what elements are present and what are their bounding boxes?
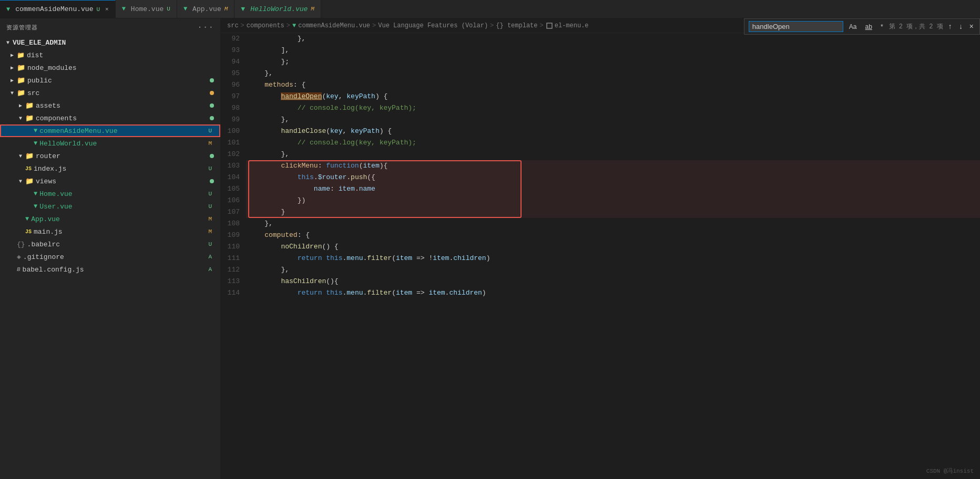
arrow: ▶	[8, 52, 16, 58]
find-close-btn[interactable]: ×	[968, 23, 975, 31]
bc-elmenu: el-menu.e	[546, 22, 589, 29]
code-line-95: },	[246, 68, 980, 79]
main-layout: 资源管理器 ··· ▼ VUE_ELE_ADMIN ▶ 📁 dist ▶ 📁 n…	[0, 18, 980, 479]
tree-item-components[interactable]: ▼ 📁 components	[0, 112, 220, 124]
tree-root[interactable]: ▼ VUE_ELE_ADMIN	[0, 36, 220, 49]
item-badge: M	[208, 228, 212, 235]
find-next-btn[interactable]: ↓	[957, 23, 964, 31]
tree-item-babelrc[interactable]: ▶ {} .babelrc U	[0, 238, 220, 251]
bc-template: {} template	[496, 22, 537, 29]
item-label: assets	[36, 102, 123, 110]
sidebar-dots[interactable]: ···	[197, 23, 214, 32]
find-match-case-btn[interactable]: Aa	[846, 22, 860, 32]
code-line-111: return this.menu.filter(item => !item.ch…	[246, 253, 980, 264]
tab-badge: M	[311, 6, 314, 12]
ln-113: 113	[225, 276, 240, 287]
find-prev-btn[interactable]: ↑	[946, 23, 954, 31]
find-whole-word-btn[interactable]: ab	[863, 22, 875, 32]
folder-icon: 📁	[17, 64, 25, 72]
tab-label: HelloWorld.vue	[250, 5, 308, 13]
tree-item-dist[interactable]: ▶ 📁 dist	[0, 49, 220, 61]
vue-file-icon: ▼	[34, 140, 37, 147]
arrow: ▶	[8, 65, 16, 71]
bc-sep4: >	[490, 22, 494, 29]
item-label: User.vue	[39, 203, 124, 211]
tree-item-commenAsideMenu[interactable]: ▶ ▼ commenAsideMenu.vue U	[0, 124, 220, 137]
tab-helloworld[interactable]: ▼ HelloWorld.vue M	[234, 0, 321, 18]
ln-102: 102	[225, 149, 240, 160]
json-icon: {}	[17, 241, 25, 248]
watermark: CSDN @冯insist	[926, 467, 974, 475]
tree-item-HelloWorld[interactable]: ▶ ▼ HelloWorld.vue M	[0, 137, 220, 150]
code-line-108: },	[246, 218, 980, 230]
item-label: main.js	[34, 228, 121, 236]
tree-item-src[interactable]: ▼ 📁 src	[0, 87, 220, 99]
vue-icon: ▼	[183, 5, 187, 13]
code-line-105: name: item.name	[246, 183, 980, 195]
tree-item-assets[interactable]: ▶ 📁 assets	[0, 99, 220, 112]
bc-src: src	[227, 22, 239, 29]
ln-93: 93	[225, 45, 240, 56]
code-line-103: clickMenu: function(item){	[246, 160, 980, 172]
item-label: router	[36, 152, 123, 160]
item-label: App.vue	[31, 215, 120, 223]
tree-item-router[interactable]: ▼ 📁 router	[0, 150, 220, 162]
tab-badge: U	[167, 6, 170, 12]
tab-home[interactable]: ▼ Home.vue U	[116, 0, 177, 18]
item-label: public	[27, 77, 119, 85]
find-input[interactable]	[749, 21, 843, 32]
find-regex-btn[interactable]: *	[878, 22, 886, 32]
item-badge: A	[208, 254, 212, 260]
vue-icon: ▼	[6, 6, 10, 13]
folder-icon: 📁	[17, 76, 25, 85]
bc-vue-icon: ▼	[292, 22, 296, 29]
code-line-99: },	[246, 114, 980, 126]
item-label: index.js	[34, 165, 121, 173]
find-widget: Aa ab * 第 2 项，共 2 项 ↑ ↓ ×	[744, 18, 980, 35]
item-badge: U	[208, 128, 212, 134]
tree-item-public[interactable]: ▶ 📁 public	[0, 74, 220, 87]
tree-item-AppVue[interactable]: ▶ ▼ App.vue M	[0, 213, 220, 225]
tree-item-mainjs[interactable]: ▶ JS main.js M	[0, 225, 220, 238]
tab-close-btn[interactable]: ×	[105, 6, 109, 13]
tab-badge: U	[96, 6, 100, 13]
ln-99: 99	[225, 114, 240, 126]
tab-app[interactable]: ▼ App.vue M	[177, 0, 234, 18]
code-lines: }, ], }; }, methods: { handleOpen(key, k…	[246, 33, 980, 479]
tree-item-HomeVue[interactable]: ▶ ▼ Home.vue U	[0, 188, 220, 200]
box-icon	[546, 22, 553, 29]
ln-96: 96	[225, 79, 240, 91]
folder-icon: 📁	[17, 89, 25, 97]
ln-106: 106	[225, 195, 240, 206]
tree-item-node-modules[interactable]: ▶ 📁 node_modules	[0, 61, 220, 74]
status-dot	[210, 91, 214, 95]
tree-item-gitignore[interactable]: ▶ ◈ .gitignore A	[0, 251, 220, 263]
ln-94: 94	[225, 56, 240, 68]
code-line-107: }	[246, 206, 980, 218]
tree-item-UserVue[interactable]: ▶ ▼ User.vue U	[0, 200, 220, 213]
ln-101: 101	[225, 137, 240, 149]
tab-commenAsideMenu[interactable]: ▼ commenAsideMenu.vue U ×	[0, 0, 116, 18]
editor-area: src > components > ▼ commenAsideMenu.vue…	[221, 18, 980, 479]
code-line-93: ],	[246, 45, 980, 56]
item-label: babel.config.js	[23, 266, 116, 274]
js-file-icon: JS	[25, 229, 32, 235]
folder-icon: 📁	[25, 177, 34, 185]
ln-110: 110	[225, 241, 240, 253]
folder-icon: 📁	[25, 114, 34, 122]
status-dot	[210, 179, 214, 183]
tab-badge: M	[224, 6, 228, 12]
tree-item-indexjs[interactable]: ▶ JS index.js U	[0, 162, 220, 175]
arrow: ▼	[17, 116, 24, 121]
tree-item-babelconfig[interactable]: ▶ B babel.config.js A	[0, 263, 220, 276]
sidebar-title: 资源管理器	[6, 24, 38, 32]
item-badge: A	[208, 266, 212, 273]
item-label: node_modules	[27, 64, 220, 72]
bc-sep5: >	[540, 22, 544, 29]
bc-sep2: >	[287, 22, 290, 29]
tree-item-views[interactable]: ▼ 📁 views	[0, 175, 220, 188]
git-icon: ◈	[17, 253, 21, 261]
code-line-114: return this.menu.filter(item => item.chi…	[246, 287, 980, 299]
code-line-98: // console.log(key, keyPath);	[246, 102, 980, 114]
item-label: Home.vue	[39, 190, 124, 198]
